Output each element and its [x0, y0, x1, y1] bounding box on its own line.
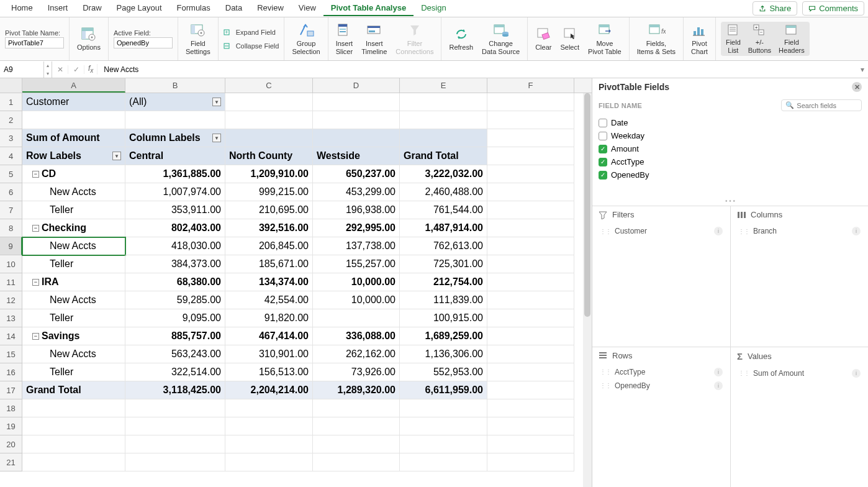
cell[interactable]: 761,544.00: [400, 201, 487, 219]
cell[interactable]: [487, 453, 574, 471]
col-header-central[interactable]: Central: [125, 147, 225, 165]
select-all-corner[interactable]: [0, 78, 22, 93]
cell[interactable]: [487, 399, 574, 417]
field-headers-button[interactable]: Field Headers: [776, 24, 807, 53]
group-row-Savings[interactable]: −Savings: [22, 327, 125, 345]
row-header-17[interactable]: 17: [0, 381, 22, 399]
cell[interactable]: 3,222,032.00: [400, 165, 487, 183]
cell[interactable]: [487, 165, 574, 183]
col-header-grandtotal[interactable]: Grand Total: [400, 147, 487, 165]
child-row[interactable]: Teller: [22, 255, 125, 273]
col-header-west[interactable]: Westside: [313, 147, 400, 165]
filter-value-cell[interactable]: (All)▼: [125, 93, 225, 111]
cell[interactable]: [225, 417, 313, 435]
cell[interactable]: [225, 129, 313, 147]
collapse-button[interactable]: −: [32, 279, 39, 286]
panel-drag-handle[interactable]: • • •: [592, 198, 868, 206]
activefield-input[interactable]: [114, 37, 173, 48]
row-header-5[interactable]: 5: [0, 165, 22, 183]
info-icon[interactable]: i: [852, 227, 861, 235]
cell[interactable]: 59,285.00: [125, 291, 225, 309]
cell[interactable]: [487, 111, 574, 129]
cell[interactable]: 137,738.00: [313, 237, 400, 255]
row-label-cell[interactable]: Row Labels▼: [22, 147, 125, 165]
field-item-accttype[interactable]: ✓AcctType: [597, 155, 863, 168]
cell[interactable]: 1,689,259.00: [400, 327, 487, 345]
cell[interactable]: 467,414.00: [225, 327, 313, 345]
child-row[interactable]: New Accts: [22, 345, 125, 363]
menu-item-data[interactable]: Data: [218, 1, 250, 16]
row-header-9[interactable]: 9: [0, 237, 22, 255]
cell[interactable]: [400, 399, 487, 417]
cell[interactable]: [22, 453, 125, 471]
row-header-21[interactable]: 21: [0, 453, 22, 471]
cell[interactable]: [225, 399, 313, 417]
menu-item-insert[interactable]: Insert: [40, 1, 76, 16]
row-header-7[interactable]: 7: [0, 201, 22, 219]
options-button[interactable]: Options: [75, 26, 103, 51]
name-box[interactable]: [0, 65, 43, 74]
vertical-scrollbar[interactable]: [583, 93, 592, 487]
child-row[interactable]: Teller: [22, 201, 125, 219]
menu-item-design[interactable]: Design: [414, 1, 453, 16]
cell[interactable]: [225, 435, 313, 453]
field-checkbox[interactable]: ✓: [599, 171, 607, 180]
cell[interactable]: 10,000.00: [313, 291, 400, 309]
area-pill-customer[interactable]: ⋮⋮Customeri: [599, 224, 724, 238]
filters-area[interactable]: Filters ⋮⋮Customeri: [592, 206, 730, 347]
cell[interactable]: [487, 435, 574, 453]
cell[interactable]: 3,118,425.00: [125, 381, 225, 399]
cell[interactable]: 91,820.00: [225, 309, 313, 327]
[interactable]: [225, 93, 313, 111]
cell[interactable]: 453,299.00: [313, 183, 400, 201]
menu-item-formulas[interactable]: Formulas: [170, 1, 218, 16]
cell[interactable]: [22, 435, 125, 453]
area-pill-openedby[interactable]: ⋮⋮OpenedByi: [599, 379, 724, 393]
cell[interactable]: [225, 453, 313, 471]
namebox-stepper[interactable]: ▴▾: [43, 61, 52, 78]
menu-item-page-layout[interactable]: Page Layout: [109, 1, 170, 16]
cell[interactable]: 392,516.00: [225, 219, 313, 237]
cancel-formula-button[interactable]: ✕: [52, 65, 68, 74]
field-search-input[interactable]: [797, 102, 852, 109]
cell[interactable]: 650,237.00: [313, 165, 400, 183]
cell[interactable]: 10,000.00: [313, 273, 400, 291]
cell[interactable]: [400, 129, 487, 147]
menu-item-home[interactable]: Home: [4, 1, 40, 16]
row-header-2[interactable]: 2: [0, 111, 22, 129]
refresh-button[interactable]: Refresh: [446, 26, 476, 51]
col-header-E[interactable]: E: [400, 78, 487, 93]
collapse-button[interactable]: −: [32, 225, 39, 232]
menu-item-review[interactable]: Review: [250, 1, 291, 16]
fields-items-sets-button[interactable]: fx Fields, Items & Sets: [635, 22, 678, 55]
pm-buttons-button[interactable]: + +/- Buttons: [746, 24, 774, 53]
cell[interactable]: [487, 327, 574, 345]
cell[interactable]: [487, 381, 574, 399]
cell[interactable]: 999,215.00: [225, 183, 313, 201]
row-header-20[interactable]: 20: [0, 435, 22, 453]
columns-area[interactable]: Columns ⋮⋮Branchi: [730, 206, 868, 347]
values-area[interactable]: ΣValues ⋮⋮Sum of Amounti: [730, 347, 868, 488]
field-item-date[interactable]: Date: [597, 116, 863, 129]
grand-total-label[interactable]: Grand Total: [22, 381, 125, 399]
cells[interactable]: Customer(All)▼Sum of AmountColumn Labels…: [22, 93, 574, 471]
comments-button[interactable]: Comments: [802, 1, 864, 16]
cell[interactable]: 353,911.00: [125, 201, 225, 219]
cell[interactable]: [125, 435, 225, 453]
cell[interactable]: [313, 129, 400, 147]
measure-cell[interactable]: Sum of Amount: [22, 129, 125, 147]
cell[interactable]: 196,938.00: [313, 201, 400, 219]
pivot-chart-button[interactable]: Pivot Chart: [689, 22, 710, 55]
info-icon[interactable]: i: [714, 227, 723, 235]
collapse-field-button[interactable]: Collapse Field: [224, 42, 279, 50]
cell[interactable]: 1,007,974.00: [125, 183, 225, 201]
row-header-6[interactable]: 6: [0, 183, 22, 201]
fx-icon[interactable]: fx: [84, 64, 97, 74]
cell[interactable]: 418,030.00: [125, 237, 225, 255]
field-item-amount[interactable]: ✓Amount: [597, 142, 863, 155]
row-header-4[interactable]: 4: [0, 147, 22, 165]
cell[interactable]: [313, 435, 400, 453]
clear-button[interactable]: Clear: [533, 26, 554, 51]
field-checkbox[interactable]: ✓: [599, 145, 607, 153]
filter-label-cell[interactable]: Customer: [22, 93, 125, 111]
